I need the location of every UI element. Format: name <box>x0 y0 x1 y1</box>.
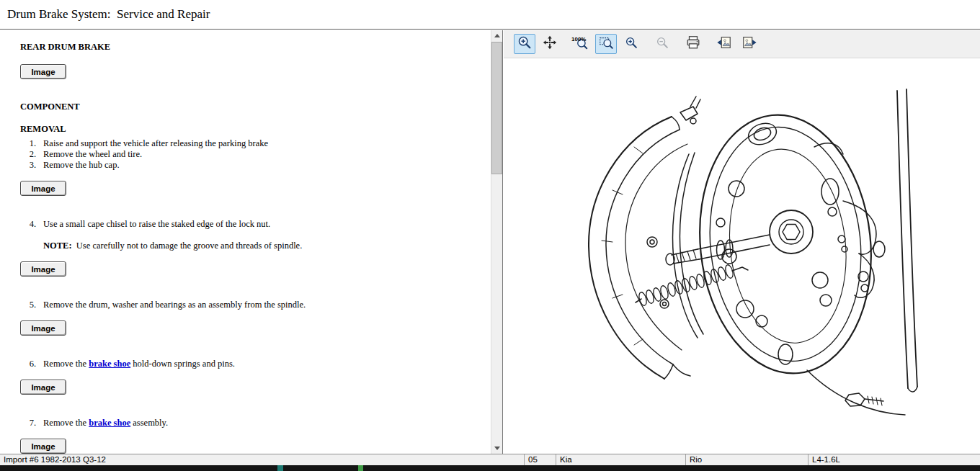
step-text: Remove the brake shoe hold-down springs … <box>43 359 235 369</box>
scroll-down-button[interactable] <box>491 443 502 454</box>
page-title: Drum Brake System: Service and Repair <box>7 7 210 22</box>
zoom-in-small-icon <box>623 35 639 53</box>
image-button-6[interactable]: Image <box>20 439 66 454</box>
vertical-scrollbar[interactable] <box>491 30 502 454</box>
brake-shoe-link[interactable]: brake shoe <box>89 418 130 428</box>
removal-steps: 1. Raise and support the vehicle after r… <box>20 138 481 171</box>
image-button-5[interactable]: Image <box>20 380 66 395</box>
note-label: NOTE: <box>43 241 72 251</box>
step-number: 2. <box>26 149 36 160</box>
app-window: Drum Brake System: Service and Repair RE… <box>0 0 980 471</box>
note-text: Use carefully not to damage the groove a… <box>72 241 303 251</box>
zoom-in-icon <box>517 35 533 53</box>
image-button-3[interactable]: Image <box>20 261 66 277</box>
print-icon <box>685 35 701 53</box>
zoom-100-button[interactable]: 100% <box>570 34 592 54</box>
status-model: Rio <box>685 454 808 465</box>
brake-diagram <box>504 60 980 453</box>
step-number: 4. <box>26 219 36 230</box>
prev-image-button[interactable] <box>713 34 735 54</box>
scroll-up-button[interactable] <box>491 30 502 41</box>
image-button-4[interactable]: Image <box>20 320 66 336</box>
status-engine: L4-1.6L <box>808 454 980 465</box>
step-number: 7. <box>26 418 36 429</box>
step-number: 6. <box>26 359 36 369</box>
status-code: 05 <box>524 454 556 465</box>
step-number: 1. <box>26 138 36 149</box>
heading-component: COMPONENT <box>20 102 481 112</box>
step-text: Use a small cape chisel to raise the sta… <box>43 219 270 230</box>
step-4: 4. Use a small cape chisel to raise the … <box>20 219 481 230</box>
heading-rear-drum-brake: REAR DRUM BRAKE <box>20 42 481 53</box>
step-1: 1. Raise and support the vehicle after r… <box>20 138 481 149</box>
next-image-button[interactable] <box>739 34 760 54</box>
viewer-toolbar: 100% <box>504 30 980 58</box>
zoom-100-icon <box>573 35 589 53</box>
arrow-up-icon <box>494 34 500 37</box>
step-number: 5. <box>26 300 36 310</box>
zoom-region-button[interactable] <box>595 34 617 54</box>
status-import-info: Import #6 1982-2013 Q3-12 <box>0 454 524 465</box>
scrollbar-thumb[interactable] <box>491 42 502 174</box>
step-3: 3. Remove the hub cap. <box>20 160 481 171</box>
step-text: Remove the drum, washer and bearings as … <box>43 300 306 310</box>
zoom-out-icon <box>654 35 670 53</box>
step-text: Remove the wheel and tire. <box>43 149 142 160</box>
step-number: 3. <box>26 160 36 171</box>
arrow-down-icon <box>494 447 500 450</box>
step-text: Remove the brake shoe assembly. <box>43 418 168 429</box>
pan-icon <box>542 35 558 53</box>
zoom-in-small-button[interactable] <box>620 34 642 54</box>
taskbar-strip <box>0 465 980 471</box>
step-5: 5. Remove the drum, washer and bearings … <box>20 300 481 310</box>
prev-image-icon <box>716 35 732 53</box>
brake-shoe-link[interactable]: brake shoe <box>89 359 130 369</box>
viewer-canvas[interactable] <box>504 59 980 454</box>
step-text: Raise and support the vehicle after rele… <box>43 138 268 149</box>
step-6: 6. Remove the brake shoe hold-down sprin… <box>20 359 481 369</box>
step-text: Remove the hub cap. <box>43 160 120 171</box>
note: NOTE: Use carefully not to damage the gr… <box>43 241 481 251</box>
step-2: 2. Remove the wheel and tire. <box>20 149 481 160</box>
image-viewer-panel: 100% <box>504 30 980 454</box>
next-image-icon <box>741 35 757 53</box>
pan-button[interactable] <box>539 34 561 54</box>
image-button-1[interactable]: Image <box>20 64 66 79</box>
print-button[interactable] <box>682 34 704 54</box>
taskbar-segment <box>277 465 283 471</box>
status-make: Kia <box>556 454 685 465</box>
step-7: 7. Remove the brake shoe assembly. <box>20 418 481 429</box>
status-bar: Import #6 1982-2013 Q3-12 05 Kia Rio L4-… <box>0 454 980 465</box>
document-panel: REAR DRUM BRAKE Image COMPONENT REMOVAL … <box>0 30 503 454</box>
zoom-region-icon <box>598 35 614 53</box>
heading-removal: REMOVAL <box>20 124 481 135</box>
zoom-out-button[interactable] <box>651 34 673 54</box>
zoom-in-button[interactable] <box>514 34 535 54</box>
taskbar-segment <box>358 465 363 471</box>
image-button-2[interactable]: Image <box>20 181 66 196</box>
title-bar: Drum Brake System: Service and Repair <box>0 0 980 30</box>
document-content: REAR DRUM BRAKE Image COMPONENT REMOVAL … <box>0 30 491 454</box>
